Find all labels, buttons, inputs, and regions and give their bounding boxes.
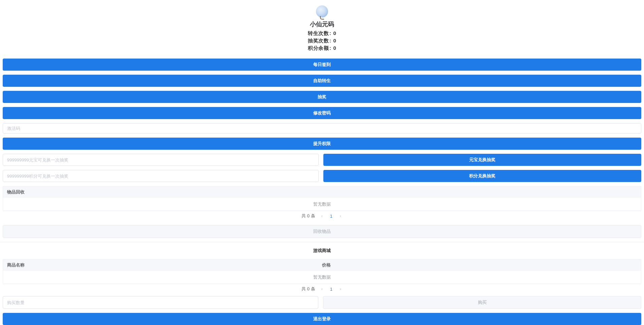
recycle-table-head: 物品回收 [3,186,641,198]
avatar [316,5,328,17]
recycle-total: 共 0 条 [301,213,315,219]
shop-table: 商品名称 价格 暂无数据 [3,259,641,284]
shop-col-name: 商品名称 [7,262,322,268]
upgrade-privilege-button[interactable]: 提升权限 [3,138,641,150]
logout-button[interactable]: 退出登录 [3,313,641,325]
shop-table-head: 商品名称 价格 [3,259,641,271]
points-exchange-button[interactable]: 积分兑换抽奖 [323,170,641,182]
lottery-button[interactable]: 抽奖 [3,91,641,103]
recycle-table: 物品回收 暂无数据 [3,186,641,211]
points-exchange-row: 积分兑换抽奖 [3,170,641,182]
recycle-next-icon[interactable]: › [339,214,343,218]
activation-code-input[interactable] [3,123,641,134]
daily-checkin-button[interactable]: 每日签到 [3,59,641,71]
self-rebirth-button[interactable]: 自助转生 [3,75,641,87]
stat-lottery-value: 0 [333,37,336,44]
stat-points: 积分余额0 [308,44,336,52]
buy-button: 购买 [323,296,641,309]
stat-points-value: 0 [333,44,336,52]
yuanbao-exchange-row: 元宝兑换抽奖 [3,154,641,166]
profile-block: 小仙元码 转生次数0 抽奖次数0 积分余额0 [3,2,641,55]
shop-pagination: 共 0 条 ‹ 1 › [3,284,641,294]
shop-page-number[interactable]: 1 [329,287,334,292]
shop-title: 游戏商城 [3,245,641,255]
stat-rebirth-value: 0 [333,30,336,37]
change-password-button[interactable]: 修改密码 [3,107,641,119]
stat-points-label: 积分余额 [308,44,331,52]
yuanbao-exchange-input[interactable] [3,154,319,166]
stat-lottery-label: 抽奖次数 [308,37,331,44]
recycle-items-button: 回收物品 [3,225,641,238]
divider [0,242,644,242]
recycle-pagination: 共 0 条 ‹ 1 › [3,211,641,221]
stat-lottery: 抽奖次数0 [308,37,336,44]
stats-list: 转生次数0 抽奖次数0 积分余额0 [3,30,641,52]
recycle-empty: 暂无数据 [3,198,641,211]
buy-row: 购买 [3,296,641,309]
shop-next-icon[interactable]: › [339,287,343,291]
stat-rebirth: 转生次数0 [308,30,336,37]
shop-empty: 暂无数据 [3,271,641,284]
buy-quantity-input[interactable] [3,296,318,309]
shop-prev-icon[interactable]: ‹ [320,287,324,291]
points-exchange-input[interactable] [3,170,319,182]
recycle-col-header: 物品回收 [7,189,637,195]
stat-rebirth-label: 转生次数 [308,30,331,37]
yuanbao-exchange-button[interactable]: 元宝兑换抽奖 [323,154,641,166]
page-root: 小仙元码 转生次数0 抽奖次数0 积分余额0 每日签到 自助转生 抽奖 修改密码… [0,0,644,325]
shop-total: 共 0 条 [301,286,315,292]
recycle-page-number[interactable]: 1 [329,214,334,219]
shop-col-price: 价格 [322,262,637,268]
username: 小仙元码 [3,20,641,28]
recycle-prev-icon[interactable]: ‹ [320,214,324,218]
